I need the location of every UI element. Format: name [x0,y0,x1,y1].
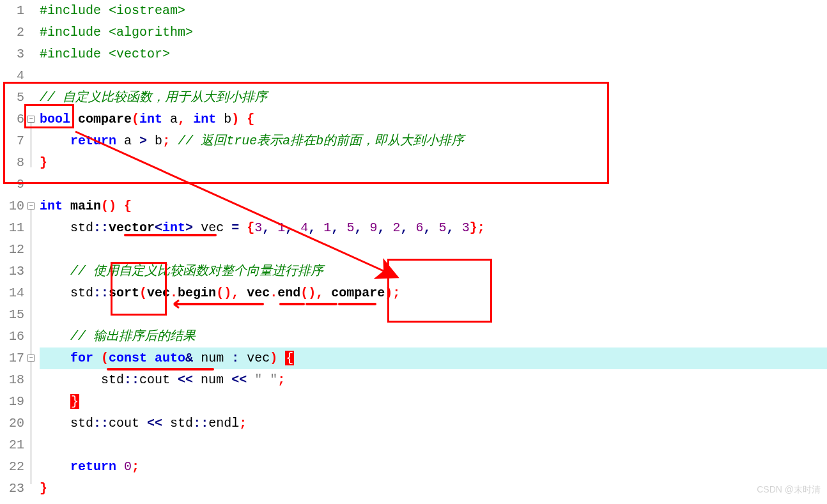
line-number: 11 [0,217,24,239]
code-line: #include <iostream> [40,0,827,22]
line-number: 21 [0,434,24,456]
line-number: 2 [0,22,24,43]
line-number: 7 [0,130,24,152]
code-line: bool compare(int a, int b) { [40,109,827,130]
code-line: std::cout << num << " "; [40,369,827,391]
watermark: CSDN @末时清 [757,478,821,500]
fold-toggle-icon[interactable]: − [27,202,35,210]
line-number: 19 [0,391,24,413]
line-number: 17 [0,347,24,369]
fold-toggle-icon[interactable]: − [27,116,35,123]
line-number: 14 [0,282,24,304]
code-line: // 输出排序后的结果 [40,326,827,347]
code-line: #include <algorithm> [40,22,827,43]
matched-brace: { [285,351,294,365]
line-number: 3 [0,43,24,65]
code-line: std::sort(vec.begin(), vec.end(), compar… [40,282,827,304]
code-line: return 0; [40,456,827,478]
line-number-gutter: 1 2 3 4 5 6 7 8 9 10 11 12 13 14 15 16 1… [0,0,27,500]
code-line: std::cout << std::endl; [40,413,827,434]
code-line: #include <vector> [40,43,827,65]
code-line-highlighted: for (const auto& num : vec) { [40,347,827,369]
line-number: 15 [0,304,24,326]
code-line: // 使用自定义比较函数对整个向量进行排序 [40,261,827,282]
code-line [40,434,827,456]
line-number: 20 [0,413,24,434]
line-number: 16 [0,326,24,347]
line-number: 1 [0,0,24,22]
code-line: } [40,478,827,500]
line-number: 4 [0,65,24,87]
code-line [40,65,827,87]
line-number: 10 [0,195,24,217]
fold-toggle-icon[interactable]: − [27,355,35,362]
code-line: return a > b; // 返回true表示a排在b的前面，即从大到小排序 [40,130,827,152]
code-editor: 1 2 3 4 5 6 7 8 9 10 11 12 13 14 15 16 1… [0,0,827,500]
code-line: int main() { [40,195,827,217]
line-number: 13 [0,261,24,282]
code-line: // 自定义比较函数，用于从大到小排序 [40,87,827,109]
matched-brace: } [70,394,79,409]
code-line: std::vector<int> vec = {3, 1, 4, 1, 5, 9… [40,217,827,239]
code-line: } [40,391,827,413]
fold-column: − − − [27,0,36,500]
code-area[interactable]: #include <iostream> #include <algorithm>… [36,0,827,500]
line-number: 12 [0,239,24,261]
code-line: } [40,152,827,174]
line-number: 6 [0,109,24,130]
line-number: 8 [0,152,24,174]
line-number: 5 [0,87,24,109]
code-line [40,304,827,326]
line-number: 9 [0,174,24,195]
code-line [40,174,827,195]
line-number: 18 [0,369,24,391]
code-line [40,239,827,261]
line-number: 23 [0,478,24,500]
line-number: 22 [0,456,24,478]
